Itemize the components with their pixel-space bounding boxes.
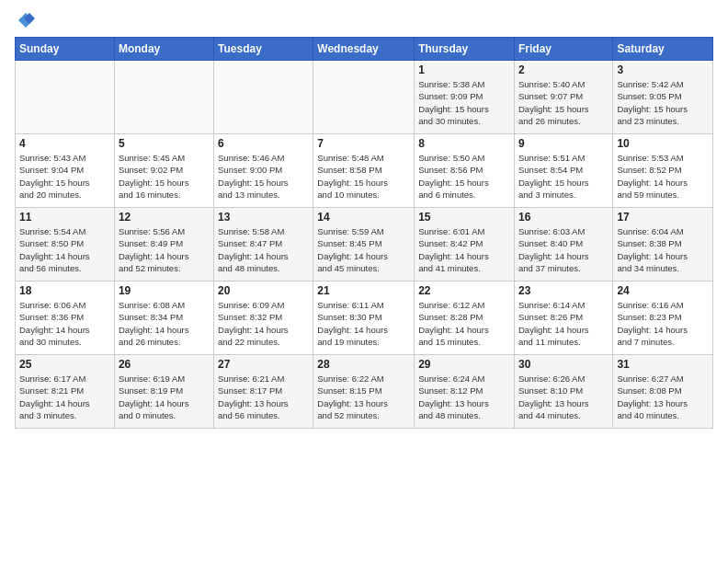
calendar-cell: 8Sunrise: 5:50 AM Sunset: 8:56 PM Daylig… (415, 134, 515, 208)
day-number: 18 (19, 284, 110, 297)
day-info: Sunrise: 6:17 AM Sunset: 8:21 PM Dayligh… (19, 373, 110, 421)
calendar-cell (313, 61, 415, 134)
calendar-week-4: 18Sunrise: 6:06 AM Sunset: 8:36 PM Dayli… (16, 282, 713, 355)
day-number: 23 (518, 284, 609, 297)
calendar-cell: 12Sunrise: 5:56 AM Sunset: 8:49 PM Dayli… (114, 208, 213, 282)
day-info: Sunrise: 6:11 AM Sunset: 8:30 PM Dayligh… (317, 299, 410, 348)
day-number: 14 (317, 211, 410, 224)
day-info: Sunrise: 6:22 AM Sunset: 8:15 PM Dayligh… (317, 373, 410, 421)
calendar-cell: 17Sunrise: 6:04 AM Sunset: 8:38 PM Dayli… (613, 208, 713, 282)
day-number: 13 (218, 211, 309, 224)
calendar-cell: 26Sunrise: 6:19 AM Sunset: 8:19 PM Dayli… (114, 355, 213, 429)
calendar-cell: 21Sunrise: 6:11 AM Sunset: 8:30 PM Dayli… (313, 282, 415, 355)
day-info: Sunrise: 6:12 AM Sunset: 8:28 PM Dayligh… (418, 299, 510, 348)
day-info: Sunrise: 6:09 AM Sunset: 8:32 PM Dayligh… (218, 299, 309, 348)
day-number: 21 (317, 284, 410, 297)
day-number: 22 (418, 284, 510, 297)
calendar-cell: 3Sunrise: 5:42 AM Sunset: 9:05 PM Daylig… (613, 61, 713, 134)
day-number: 4 (19, 137, 110, 150)
calendar-cell: 7Sunrise: 5:48 AM Sunset: 8:58 PM Daylig… (313, 134, 415, 208)
calendar-cell: 9Sunrise: 5:51 AM Sunset: 8:54 PM Daylig… (514, 134, 612, 208)
day-number: 29 (418, 358, 510, 371)
day-info: Sunrise: 5:54 AM Sunset: 8:50 PM Dayligh… (19, 225, 110, 274)
weekday-header-row: SundayMondayTuesdayWednesdayThursdayFrid… (16, 38, 713, 61)
day-info: Sunrise: 6:01 AM Sunset: 8:42 PM Dayligh… (418, 225, 510, 274)
day-number: 11 (19, 211, 110, 224)
calendar-week-2: 4Sunrise: 5:43 AM Sunset: 9:04 PM Daylig… (16, 134, 713, 208)
day-info: Sunrise: 5:48 AM Sunset: 8:58 PM Dayligh… (317, 152, 410, 201)
weekday-header-wednesday: Wednesday (313, 38, 415, 61)
day-number: 9 (518, 137, 609, 150)
day-number: 3 (617, 63, 709, 76)
day-number: 15 (418, 211, 510, 224)
day-number: 27 (218, 358, 309, 371)
calendar-week-1: 1Sunrise: 5:38 AM Sunset: 9:09 PM Daylig… (16, 61, 713, 134)
calendar-cell: 4Sunrise: 5:43 AM Sunset: 9:04 PM Daylig… (16, 134, 115, 208)
calendar-cell (114, 61, 213, 134)
calendar-cell: 27Sunrise: 6:21 AM Sunset: 8:17 PM Dayli… (214, 355, 313, 429)
calendar-week-5: 25Sunrise: 6:17 AM Sunset: 8:21 PM Dayli… (16, 355, 713, 429)
day-number: 7 (317, 137, 410, 150)
day-info: Sunrise: 5:45 AM Sunset: 9:02 PM Dayligh… (119, 152, 210, 201)
weekday-header-saturday: Saturday (613, 38, 713, 61)
day-number: 10 (617, 137, 709, 150)
day-number: 25 (19, 358, 110, 371)
weekday-header-monday: Monday (114, 38, 213, 61)
day-info: Sunrise: 6:03 AM Sunset: 8:40 PM Dayligh… (518, 225, 609, 274)
calendar-cell: 30Sunrise: 6:26 AM Sunset: 8:10 PM Dayli… (514, 355, 612, 429)
calendar-cell: 15Sunrise: 6:01 AM Sunset: 8:42 PM Dayli… (415, 208, 515, 282)
weekday-header-sunday: Sunday (16, 38, 115, 61)
day-number: 5 (119, 137, 210, 150)
day-number: 24 (617, 284, 709, 297)
weekday-header-friday: Friday (514, 38, 612, 61)
weekday-header-thursday: Thursday (415, 38, 515, 61)
day-info: Sunrise: 5:59 AM Sunset: 8:45 PM Dayligh… (317, 225, 410, 274)
day-info: Sunrise: 6:27 AM Sunset: 8:08 PM Dayligh… (617, 373, 709, 421)
day-info: Sunrise: 5:40 AM Sunset: 9:07 PM Dayligh… (518, 78, 609, 127)
day-number: 28 (317, 358, 410, 371)
calendar-cell: 20Sunrise: 6:09 AM Sunset: 8:32 PM Dayli… (214, 282, 313, 355)
calendar-cell: 18Sunrise: 6:06 AM Sunset: 8:36 PM Dayli… (16, 282, 115, 355)
day-number: 16 (518, 211, 609, 224)
calendar-cell: 29Sunrise: 6:24 AM Sunset: 8:12 PM Dayli… (415, 355, 515, 429)
calendar-cell (16, 61, 115, 134)
day-info: Sunrise: 6:19 AM Sunset: 8:19 PM Dayligh… (119, 373, 210, 421)
header (15, 11, 713, 29)
calendar-cell: 16Sunrise: 6:03 AM Sunset: 8:40 PM Dayli… (514, 208, 612, 282)
day-number: 26 (119, 358, 210, 371)
day-number: 30 (518, 358, 609, 371)
day-number: 12 (119, 211, 210, 224)
day-number: 1 (418, 63, 510, 76)
logo-icon (17, 11, 35, 29)
day-info: Sunrise: 6:04 AM Sunset: 8:38 PM Dayligh… (617, 225, 709, 274)
calendar-cell: 19Sunrise: 6:08 AM Sunset: 8:34 PM Dayli… (114, 282, 213, 355)
calendar-cell: 24Sunrise: 6:16 AM Sunset: 8:23 PM Dayli… (613, 282, 713, 355)
calendar-cell: 2Sunrise: 5:40 AM Sunset: 9:07 PM Daylig… (514, 61, 612, 134)
calendar-cell: 28Sunrise: 6:22 AM Sunset: 8:15 PM Dayli… (313, 355, 415, 429)
day-info: Sunrise: 5:53 AM Sunset: 8:52 PM Dayligh… (617, 152, 709, 201)
day-info: Sunrise: 5:43 AM Sunset: 9:04 PM Dayligh… (19, 152, 110, 201)
calendar-cell: 23Sunrise: 6:14 AM Sunset: 8:26 PM Dayli… (514, 282, 612, 355)
logo (15, 11, 35, 29)
day-info: Sunrise: 6:26 AM Sunset: 8:10 PM Dayligh… (518, 373, 609, 421)
calendar-cell: 10Sunrise: 5:53 AM Sunset: 8:52 PM Dayli… (613, 134, 713, 208)
day-info: Sunrise: 6:16 AM Sunset: 8:23 PM Dayligh… (617, 299, 709, 348)
day-number: 8 (418, 137, 510, 150)
day-number: 17 (617, 211, 709, 224)
calendar-cell: 11Sunrise: 5:54 AM Sunset: 8:50 PM Dayli… (16, 208, 115, 282)
calendar-cell (214, 61, 313, 134)
day-info: Sunrise: 5:50 AM Sunset: 8:56 PM Dayligh… (418, 152, 510, 201)
calendar-cell: 14Sunrise: 5:59 AM Sunset: 8:45 PM Dayli… (313, 208, 415, 282)
calendar-table: SundayMondayTuesdayWednesdayThursdayFrid… (15, 37, 713, 429)
day-info: Sunrise: 5:46 AM Sunset: 9:00 PM Dayligh… (218, 152, 309, 201)
calendar-cell: 22Sunrise: 6:12 AM Sunset: 8:28 PM Dayli… (415, 282, 515, 355)
day-info: Sunrise: 5:58 AM Sunset: 8:47 PM Dayligh… (218, 225, 309, 274)
day-number: 19 (119, 284, 210, 297)
day-info: Sunrise: 5:38 AM Sunset: 9:09 PM Dayligh… (418, 78, 510, 127)
page: SundayMondayTuesdayWednesdayThursdayFrid… (0, 0, 728, 563)
day-info: Sunrise: 6:14 AM Sunset: 8:26 PM Dayligh… (518, 299, 609, 348)
calendar-cell: 6Sunrise: 5:46 AM Sunset: 9:00 PM Daylig… (214, 134, 313, 208)
day-info: Sunrise: 6:21 AM Sunset: 8:17 PM Dayligh… (218, 373, 309, 421)
day-info: Sunrise: 5:42 AM Sunset: 9:05 PM Dayligh… (617, 78, 709, 127)
day-info: Sunrise: 6:06 AM Sunset: 8:36 PM Dayligh… (19, 299, 110, 348)
